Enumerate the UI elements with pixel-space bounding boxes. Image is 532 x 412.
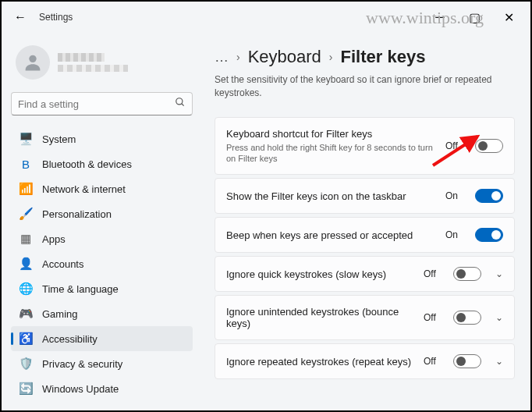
sidebar-item-privacy-security[interactable]: 🛡️Privacy & security (11, 351, 193, 376)
sidebar-item-label: System (42, 133, 76, 145)
sidebar-item-label: Personalization (42, 208, 112, 220)
back-button[interactable]: ← (8, 5, 33, 30)
avatar (16, 45, 50, 80)
sidebar-item-network-internet[interactable]: 📶Network & internet (11, 176, 193, 201)
toggle-switch[interactable] (453, 354, 481, 368)
toggle-state-label: Off (424, 356, 441, 367)
sidebar-item-label: Gaming (42, 308, 78, 320)
close-button[interactable]: ✕ (493, 6, 524, 28)
sidebar-item-bluetooth-devices[interactable]: BBluetooth & devices (11, 151, 193, 176)
toggle-switch[interactable] (453, 267, 481, 281)
toggle-switch[interactable] (475, 139, 503, 153)
breadcrumb-current: Filter keys (341, 47, 426, 67)
toggle-switch[interactable] (475, 228, 503, 242)
setting-label: Ignore quick keystrokes (slow keys) (226, 268, 416, 280)
nav-list: 🖥️SystemBBluetooth & devices📶Network & i… (11, 126, 193, 401)
nav-icon: 🖥️ (19, 132, 33, 146)
nav-icon: ♿ (19, 332, 33, 346)
setting-row: Keyboard shortcut for Filter keysPress a… (215, 117, 515, 176)
nav-icon: 🖌️ (19, 207, 33, 221)
sidebar-item-windows-update[interactable]: 🔄Windows Update (11, 376, 193, 401)
setting-label: Ignore unintended keystrokes (bounce key… (226, 306, 416, 329)
sidebar-item-gaming[interactable]: 🎮Gaming (11, 301, 193, 326)
search-box[interactable] (11, 92, 193, 115)
breadcrumb-parent[interactable]: Keyboard (248, 47, 321, 67)
app-title: Settings (39, 12, 73, 23)
chevron-down-icon[interactable]: ⌄ (495, 268, 503, 279)
breadcrumb: … › Keyboard › Filter keys (215, 47, 515, 67)
chevron-down-icon[interactable]: ⌄ (495, 312, 503, 323)
chevron-down-icon[interactable]: ⌄ (495, 356, 503, 367)
setting-row[interactable]: Ignore repeated keystrokes (repeat keys)… (215, 343, 515, 379)
user-email-blurred (58, 65, 128, 72)
sidebar-item-label: Time & language (42, 283, 119, 295)
sidebar-item-label: Apps (42, 233, 66, 245)
user-info (58, 53, 128, 72)
nav-icon: ▦ (19, 232, 33, 246)
maximize-button[interactable]: ▢ (459, 6, 490, 28)
nav-icon: 📶 (19, 182, 33, 196)
nav-icon: 🎮 (19, 307, 33, 321)
sidebar-item-label: Bluetooth & devices (42, 158, 132, 170)
settings-list: Keyboard shortcut for Filter keysPress a… (215, 117, 515, 380)
toggle-state-label: On (445, 229, 463, 240)
nav-icon: 👤 (19, 257, 33, 271)
svg-point-3 (176, 98, 183, 105)
main-content: … › Keyboard › Filter keys Set the sensi… (200, 33, 530, 410)
nav-icon: 🔄 (19, 382, 33, 396)
sidebar-item-label: Privacy & security (42, 358, 122, 370)
titlebar: ← Settings ─ ▢ ✕ (2, 2, 530, 33)
toggle-state-label: Off (424, 312, 441, 323)
setting-label: Show the Filter keys icon on the taskbar (226, 190, 438, 202)
setting-row: Beep when keys are pressed or acceptedOn (215, 217, 515, 253)
nav-icon: 🛡️ (19, 357, 33, 371)
setting-desc: Press and hold the right Shift key for 8… (226, 142, 438, 165)
page-subtitle: Set the sensitivity of the keyboard so i… (215, 73, 515, 100)
toggle-switch[interactable] (453, 311, 481, 325)
sidebar-item-label: Network & internet (42, 183, 126, 195)
setting-row[interactable]: Ignore unintended keystrokes (bounce key… (215, 295, 515, 340)
nav-icon: B (19, 157, 33, 171)
setting-label: Keyboard shortcut for Filter keys (226, 128, 438, 140)
sidebar-item-label: Accounts (42, 258, 83, 270)
svg-point-2 (29, 55, 36, 62)
chevron-right-icon: › (236, 51, 240, 63)
sidebar-item-label: Windows Update (42, 383, 119, 395)
user-name-blurred (58, 53, 105, 62)
setting-row[interactable]: Ignore quick keystrokes (slow keys)Off⌄ (215, 256, 515, 292)
sidebar-item-apps[interactable]: ▦Apps (11, 226, 193, 251)
toggle-state-label: On (445, 190, 463, 201)
sidebar-item-time-language[interactable]: 🌐Time & language (11, 276, 193, 301)
sidebar-item-personalization[interactable]: 🖌️Personalization (11, 201, 193, 226)
sidebar-item-accessibility[interactable]: ♿Accessibility (11, 326, 193, 351)
search-icon (175, 97, 186, 111)
setting-label: Beep when keys are pressed or accepted (226, 229, 438, 241)
sidebar-item-system[interactable]: 🖥️System (11, 126, 193, 151)
breadcrumb-dots[interactable]: … (215, 49, 229, 66)
toggle-state-label: Off (445, 140, 463, 151)
minimize-button[interactable]: ─ (424, 6, 456, 28)
sidebar: 🖥️SystemBBluetooth & devices📶Network & i… (2, 33, 200, 410)
setting-row: Show the Filter keys icon on the taskbar… (215, 178, 515, 214)
svg-line-4 (182, 104, 184, 106)
search-input[interactable] (18, 98, 175, 110)
sidebar-item-label: Accessibility (42, 333, 98, 345)
toggle-state-label: Off (424, 268, 441, 279)
nav-icon: 🌐 (19, 282, 33, 296)
chevron-right-icon: › (329, 51, 333, 63)
sidebar-item-accounts[interactable]: 👤Accounts (11, 251, 193, 276)
toggle-switch[interactable] (475, 189, 503, 203)
user-section[interactable] (11, 41, 193, 92)
setting-label: Ignore repeated keystrokes (repeat keys) (226, 356, 416, 368)
